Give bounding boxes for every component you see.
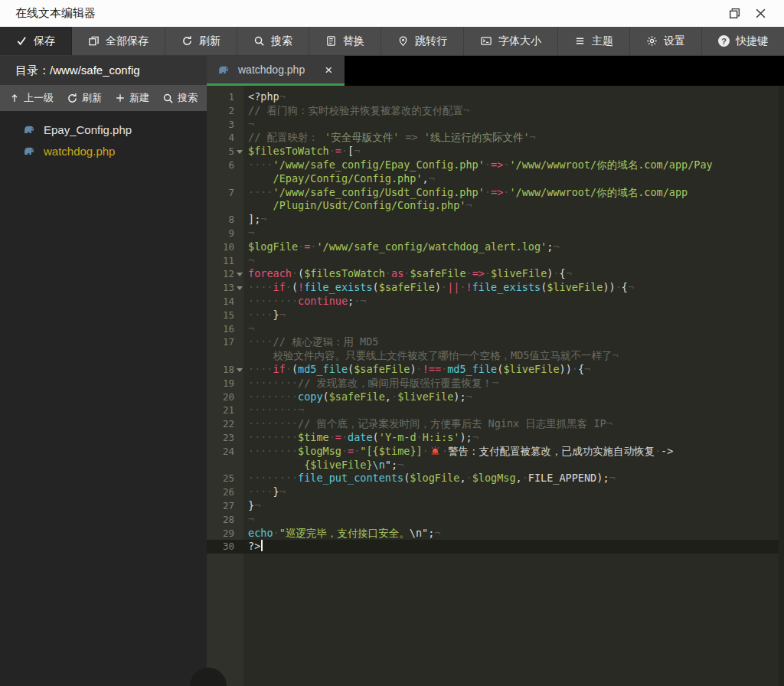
code-token: ¬ bbox=[260, 213, 266, 225]
code-text[interactable]: $logFile·=·'/www/safe_config/watchdog_al… bbox=[243, 240, 559, 254]
vertical-scrollbar[interactable] bbox=[779, 86, 784, 686]
line-number[interactable]: 2 bbox=[207, 104, 243, 118]
code-text[interactable]: /Epay/Config/Config.php',¬ bbox=[243, 172, 435, 186]
code-text[interactable]: }¬ bbox=[243, 499, 260, 513]
line-number[interactable]: 5 bbox=[207, 145, 243, 158]
code-text[interactable]: ····}¬ bbox=[243, 309, 286, 322]
code-text[interactable]: ¬ bbox=[243, 513, 254, 527]
line-number[interactable]: 19 bbox=[207, 377, 243, 390]
line-number[interactable]: 22 bbox=[207, 417, 243, 431]
line-number[interactable]: 14 bbox=[207, 295, 243, 309]
line-number[interactable]: 30 bbox=[207, 540, 243, 554]
settings-button[interactable]: 设置 bbox=[630, 27, 702, 55]
fold-arrow-icon[interactable] bbox=[237, 286, 243, 290]
fold-arrow-icon[interactable] bbox=[237, 273, 243, 276]
line-number[interactable]: 1 bbox=[207, 90, 243, 104]
code-text[interactable]: ];¬ bbox=[243, 213, 266, 227]
fold-arrow-icon[interactable] bbox=[237, 368, 243, 372]
fold-arrow-icon[interactable] bbox=[237, 150, 243, 154]
save-button[interactable]: 保存 bbox=[0, 27, 72, 55]
line-number[interactable]: 18 bbox=[207, 363, 243, 377]
code-text[interactable]: ····}¬ bbox=[243, 485, 286, 499]
code-text[interactable]: foreach·($filesToWatch·as·$safeFile·=>·$… bbox=[243, 267, 572, 281]
line-number[interactable]: 6 bbox=[207, 158, 243, 172]
code-token: "; bbox=[385, 459, 397, 471]
line-number[interactable]: 15 bbox=[207, 309, 243, 322]
code-editor[interactable]: 1<?php¬2// 看门狗：实时校验并恢复被篡改的支付配置¬3¬4// 配置映… bbox=[207, 86, 784, 686]
goto-line-button[interactable]: 跳转行 bbox=[381, 27, 464, 55]
code-text[interactable]: ········// 发现篡改，瞬间用母版强行覆盖恢复！¬ bbox=[243, 377, 498, 390]
line-number[interactable]: 9 bbox=[207, 227, 243, 240]
file-item-Epay_Config.php[interactable]: Epay_Config.php bbox=[0, 119, 207, 140]
code-text[interactable]: ¬ bbox=[243, 322, 254, 336]
code-text[interactable]: ····if·(!file_exists($safeFile)·||·!file… bbox=[243, 281, 634, 295]
code-text[interactable]: ········$logMsg·=·"[{$time}]··警告：支付配置被篡改… bbox=[243, 445, 673, 459]
file-item-watchdog.php[interactable]: watchdog.php bbox=[0, 140, 207, 162]
code-text[interactable]: /Plugin/Usdt/Config/Config.php'¬ bbox=[243, 199, 472, 213]
line-number[interactable]: 21 bbox=[207, 403, 243, 417]
code-text[interactable]: ····'/www/safe_config/Usdt_Config.php'·=… bbox=[243, 186, 688, 200]
code-text[interactable]: ····// 核心逻辑：用 MD5 bbox=[243, 335, 378, 349]
sidebar-up-button[interactable]: 上一级 bbox=[9, 91, 54, 105]
code-text[interactable]: ¬ bbox=[243, 254, 254, 268]
line-number[interactable]: 13 bbox=[207, 281, 243, 295]
code-text[interactable]: ¬ bbox=[243, 227, 254, 240]
code-text[interactable]: <?php¬ bbox=[243, 90, 286, 104]
code-token: · bbox=[286, 363, 292, 375]
replace-button[interactable]: 替换 bbox=[309, 27, 381, 55]
line-number[interactable]: 10 bbox=[207, 240, 243, 254]
code-text[interactable]: $filesToWatch·=·[¬ bbox=[243, 145, 360, 158]
line-number[interactable]: 25 bbox=[207, 472, 243, 485]
line-number[interactable]: 17 bbox=[207, 335, 243, 349]
tab-watchdog.php[interactable]: watchdog.php× bbox=[207, 56, 345, 86]
line-number[interactable]: 23 bbox=[207, 431, 243, 445]
line-number[interactable]: 28 bbox=[207, 513, 243, 527]
sidebar-new-button[interactable]: 新建 bbox=[115, 91, 149, 105]
code-line-14: 14········continue;·¬ bbox=[207, 295, 784, 309]
window-restore-button[interactable] bbox=[721, 4, 747, 24]
code-text[interactable]: ····'/www/safe_config/Epay_Config.php'·=… bbox=[243, 158, 713, 172]
code-text[interactable]: ········¬ bbox=[243, 403, 304, 417]
line-number[interactable]: 27 bbox=[207, 499, 243, 513]
line-number[interactable]: 16 bbox=[207, 322, 243, 336]
code-text[interactable]: {$liveFile}\n";¬ bbox=[243, 459, 403, 472]
line-number[interactable] bbox=[207, 459, 243, 472]
code-text[interactable]: // 看门狗：实时校验并恢复被篡改的支付配置¬ bbox=[243, 104, 469, 118]
line-number[interactable]: 4 bbox=[207, 131, 243, 145]
line-number[interactable]: 20 bbox=[207, 390, 243, 404]
code-text[interactable]: ····if·(md5_file($safeFile)·!==·md5_file… bbox=[243, 363, 590, 377]
refresh-button[interactable]: 刷新 bbox=[165, 27, 237, 55]
code-text[interactable]: 校验文件内容。只要线上文件被改了哪怕一个空格，MD5值立马就不一样了¬ bbox=[243, 349, 619, 363]
code-token: ········ bbox=[248, 377, 298, 389]
shortcuts-button[interactable]: ?快捷键 bbox=[702, 27, 784, 55]
search-button[interactable]: 搜索 bbox=[237, 27, 309, 55]
tab-close-icon[interactable]: × bbox=[325, 64, 332, 77]
save-all-button[interactable]: 全部保存 bbox=[72, 27, 165, 55]
line-number[interactable]: 26 bbox=[207, 485, 243, 499]
code-text[interactable]: ········continue;·¬ bbox=[243, 295, 366, 309]
sidebar-refresh-button[interactable]: 刷新 bbox=[67, 91, 102, 105]
code-text[interactable]: // 配置映射： '安全母版文件' => '线上运行的实际文件'¬ bbox=[243, 131, 536, 145]
line-number[interactable] bbox=[207, 172, 243, 186]
line-number[interactable]: 11 bbox=[207, 254, 243, 268]
code-text[interactable]: ¬ bbox=[243, 118, 254, 132]
code-text[interactable]: ········// 留个底，记录案发时间，方便事后去 Nginx 日志里抓黑客… bbox=[243, 417, 612, 431]
font-size-button[interactable]: 字体大小 bbox=[464, 27, 558, 55]
code-text[interactable]: ········copy($safeFile,·$liveFile);¬ bbox=[243, 390, 472, 404]
line-number[interactable] bbox=[207, 349, 243, 363]
window-close-button[interactable] bbox=[747, 4, 773, 24]
line-number[interactable]: 8 bbox=[207, 213, 243, 227]
code-text[interactable]: ········$time·=·date('Y-m-d·H:i:s');¬ bbox=[243, 431, 479, 445]
code-token: \n"; bbox=[410, 527, 435, 539]
line-number[interactable]: 12 bbox=[207, 267, 243, 281]
line-number[interactable] bbox=[207, 199, 243, 213]
line-number[interactable]: 29 bbox=[207, 527, 243, 541]
code-text[interactable]: echo·"巡逻完毕，支付接口安全。\n";¬ bbox=[243, 527, 440, 541]
code-text[interactable]: ········file_put_contents($logFile,·$log… bbox=[243, 472, 616, 485]
line-number[interactable]: 3 bbox=[207, 118, 243, 132]
line-number[interactable]: 24 bbox=[207, 445, 243, 459]
sidebar-search-button[interactable]: 搜索 bbox=[162, 91, 198, 105]
code-text[interactable]: ?> bbox=[243, 540, 263, 554]
theme-button[interactable]: 主题 bbox=[558, 27, 630, 55]
line-number[interactable]: 7 bbox=[207, 186, 243, 200]
